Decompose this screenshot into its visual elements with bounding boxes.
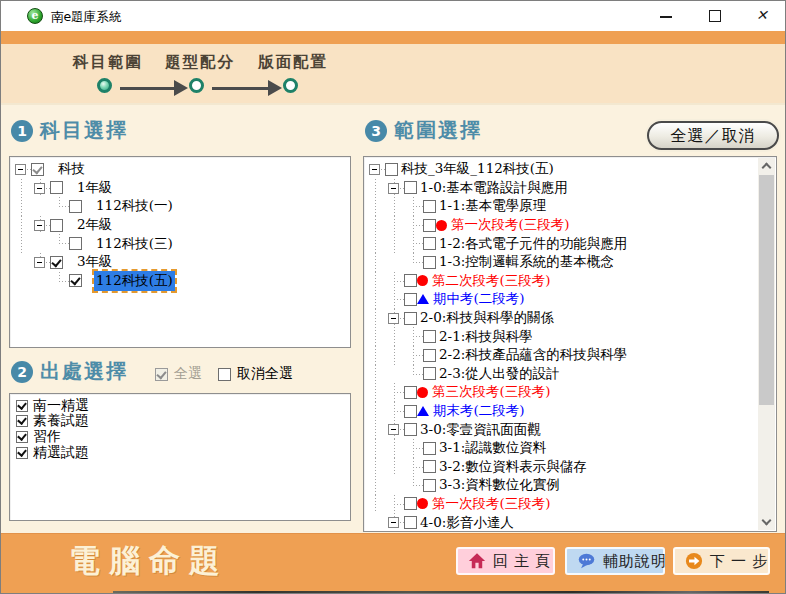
home-button[interactable]: 回主頁 <box>456 547 555 575</box>
expander-icon[interactable] <box>34 257 45 268</box>
checkbox[interactable] <box>404 181 417 194</box>
section-title: 科目選擇 <box>40 117 128 144</box>
checkbox[interactable] <box>404 274 417 287</box>
checkbox[interactable] <box>404 423 417 436</box>
tree-item[interactable]: 2-3:從人出發的設計 <box>366 365 776 384</box>
checkbox[interactable] <box>385 163 398 176</box>
checkbox[interactable] <box>404 312 417 325</box>
tree-item[interactable]: 3-0:零壹資訊面面觀 <box>366 420 776 439</box>
checkbox[interactable] <box>423 330 436 343</box>
home-icon <box>468 552 486 570</box>
tree-item-label: 2-1:科技與科學 <box>437 327 535 347</box>
tree-item[interactable]: 112科技(三) <box>12 234 350 253</box>
home-button-label: 回主頁 <box>493 552 556 571</box>
expander-icon[interactable] <box>388 424 399 435</box>
select-all-label: 全選 <box>174 365 202 383</box>
checkbox[interactable] <box>423 367 436 380</box>
checkbox[interactable] <box>423 219 436 232</box>
select-all-checkbox[interactable] <box>155 368 168 381</box>
step-circle-1 <box>97 78 112 93</box>
tree-item[interactable]: 2-0:科技與科學的關係 <box>366 309 776 328</box>
checkbox[interactable] <box>16 431 28 443</box>
expander-icon[interactable] <box>388 183 399 194</box>
chevron-down-icon <box>762 516 772 526</box>
checkbox[interactable] <box>423 479 436 492</box>
checkbox[interactable] <box>16 400 28 412</box>
tree-item[interactable]: 1-0:基本電路設計與應用 <box>366 179 776 198</box>
checkbox[interactable] <box>423 349 436 362</box>
expander-icon[interactable] <box>15 164 26 175</box>
next-button-label: 下一步 <box>710 552 773 571</box>
tree-item[interactable]: 3年級 <box>12 253 350 272</box>
scrollbar-thumb[interactable] <box>759 175 774 405</box>
expander-icon[interactable] <box>34 183 45 194</box>
checkbox[interactable] <box>404 405 417 418</box>
list-item[interactable]: 習作 <box>16 429 350 445</box>
expander-icon[interactable] <box>388 517 399 528</box>
checkbox[interactable] <box>50 181 63 194</box>
tree-item[interactable]: 3-1:認識數位資料 <box>366 439 776 458</box>
scroll-up-button[interactable] <box>758 158 775 174</box>
expander-icon[interactable] <box>369 164 380 175</box>
checkbox[interactable] <box>423 256 436 269</box>
tree-item[interactable]: 1年級 <box>12 179 350 198</box>
checkbox[interactable] <box>404 386 417 399</box>
step-connector <box>212 87 268 90</box>
unselect-all-checkbox[interactable] <box>218 368 231 381</box>
tree-item[interactable]: 2-1:科技與科學 <box>366 327 776 346</box>
tree-item[interactable]: 科技 <box>12 160 350 179</box>
tree-item[interactable]: 第一次段考(三段考) <box>366 216 776 235</box>
close-button[interactable]: ✕ <box>746 1 780 31</box>
expander-icon[interactable] <box>34 220 45 231</box>
list-item[interactable]: 素養試題 <box>16 414 350 430</box>
tree-item[interactable]: 第二次段考(三段考) <box>366 272 776 291</box>
tree-item-label: 1-2:各式電子元件的功能與應用 <box>437 234 629 254</box>
list-item[interactable]: 南一精選 <box>16 398 350 414</box>
checkbox[interactable] <box>69 237 82 250</box>
tree-item[interactable]: 2-2:科技產品蘊含的科技與科學 <box>366 346 776 365</box>
app-logo-icon: e <box>27 8 43 24</box>
tree-item[interactable]: 4-0:影音小達人 <box>366 513 776 532</box>
list-item[interactable]: 精選試題 <box>16 445 350 461</box>
checkbox[interactable] <box>404 497 417 510</box>
tree-item[interactable]: 112科技(一) <box>12 197 350 216</box>
checkbox[interactable] <box>404 293 417 306</box>
checkbox[interactable] <box>16 447 28 459</box>
tree-item[interactable]: 3-2:數位資料表示與儲存 <box>366 458 776 477</box>
help-button[interactable]: 輔助說明 <box>565 547 665 575</box>
window-title: 南e題庫系統 <box>51 9 121 26</box>
tree-item[interactable]: 1-2:各式電子元件的功能與應用 <box>366 234 776 253</box>
tree-item[interactable]: 期中考(二段考) <box>366 290 776 309</box>
tree-item[interactable]: 1-1:基本電學原理 <box>366 197 776 216</box>
step-label-layout: 版面配置 <box>258 52 328 73</box>
checkbox[interactable] <box>31 163 44 176</box>
checkbox[interactable] <box>69 200 82 213</box>
footer-brand-title: 電腦命題 <box>69 540 229 582</box>
checkbox[interactable] <box>423 200 436 213</box>
maximize-button[interactable] <box>698 1 732 31</box>
minimize-button[interactable] <box>649 1 683 31</box>
scrollbar[interactable] <box>758 158 775 530</box>
checkbox[interactable] <box>423 460 436 473</box>
tree-item[interactable]: 科技_3年級_112科技(五) <box>366 160 776 179</box>
tree-item[interactable]: 112科技(五) <box>12 272 350 291</box>
next-step-button[interactable]: 下一步 <box>673 547 770 575</box>
expander-icon[interactable] <box>388 313 399 324</box>
tree-item[interactable]: 1-3:控制邏輯系統的基本概念 <box>366 253 776 272</box>
step-label-question-allocation: 題型配分 <box>165 52 235 73</box>
tree-item[interactable]: 期末考(二段考) <box>366 402 776 421</box>
scroll-down-button[interactable] <box>758 514 775 530</box>
tree-item[interactable]: 第三次段考(三段考) <box>366 383 776 402</box>
checkbox[interactable] <box>423 442 436 455</box>
tree-item[interactable]: 第一次段考(三段考) <box>366 495 776 514</box>
checkbox[interactable] <box>404 516 417 529</box>
checkbox[interactable] <box>69 274 82 287</box>
checkbox[interactable] <box>423 237 436 250</box>
checkbox[interactable] <box>16 415 28 427</box>
checkbox[interactable] <box>50 219 63 232</box>
tree-item[interactable]: 3-3:資料數位化實例 <box>366 476 776 495</box>
toggle-select-all-button[interactable]: 全選／取消 <box>647 121 779 150</box>
tree-item-label: 3-0:零壹資訊面面觀 <box>418 420 543 440</box>
checkbox[interactable] <box>50 256 63 269</box>
tree-item[interactable]: 2年級 <box>12 216 350 235</box>
